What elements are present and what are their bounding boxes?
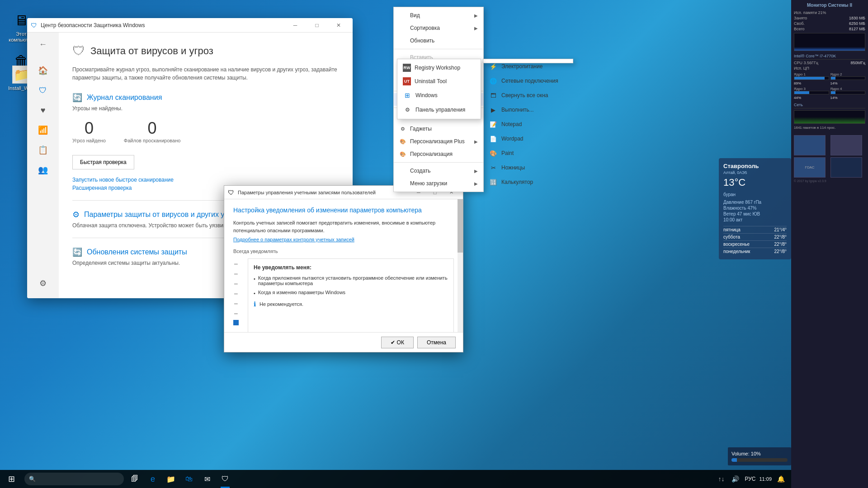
- weather-forecast: пятница 21°/4° суббота 22°/8° воскресень…: [723, 226, 787, 255]
- sidebar-settings-button[interactable]: ⚙: [33, 273, 53, 294]
- network-icon: 🌐: [489, 76, 498, 85]
- slider-dash-4: –: [234, 290, 238, 296]
- ctx-personalization-plus[interactable]: 🎨 Персонализация Plus ▶: [394, 135, 483, 148]
- sidebar-icon-shield[interactable]: 🛡: [33, 81, 53, 99]
- submenu-minimize-all[interactable]: 🗔 Свернуть все окна: [483, 88, 574, 103]
- taskbar-language[interactable]: РУС: [745, 476, 755, 482]
- submenu-run[interactable]: ▶ Выполнить...: [483, 103, 574, 117]
- uac-title-text: Параметры управления учетными записями п…: [238, 190, 410, 195]
- sidebar-icon-family[interactable]: 👥: [33, 161, 53, 179]
- submenu-notepad[interactable]: 📝 Notepad: [483, 117, 574, 131]
- windows-label: Windows: [415, 92, 438, 99]
- submenu-control-panel[interactable]: ⚙ Панель управления: [397, 103, 481, 117]
- volume-bar[interactable]: [731, 458, 788, 462]
- submenu-scissors[interactable]: ✂ Ножницы: [483, 160, 574, 175]
- submenu-calculator[interactable]: 🔢 Калькулятор: [483, 175, 574, 189]
- ctx-refresh[interactable]: Обновить: [394, 34, 483, 47]
- ctx-personalization[interactable]: 🎨 Персонализация: [394, 148, 483, 160]
- refresh-icon: [399, 37, 406, 44]
- pressure-val: 867 гПа: [745, 200, 761, 205]
- taskbar-explorer[interactable]: 📁: [162, 470, 180, 488]
- sysmon-mem-row-2: Своб. 6250 МБ: [794, 21, 865, 26]
- paint-icon: 🎨: [489, 149, 498, 158]
- taskbar-task-view[interactable]: 🗐: [126, 470, 144, 488]
- sysmon-mem-free-label: Своб.: [794, 21, 805, 26]
- ctx-sort[interactable]: Сортировка ▶: [394, 22, 483, 34]
- security-header: 🛡 Защита от вирусов и угроз: [72, 43, 339, 58]
- submenu-wordpad[interactable]: 📄 Wordpad: [483, 131, 574, 146]
- sysmon-net-graph: [794, 110, 865, 124]
- maximize-button[interactable]: □: [307, 18, 327, 33]
- minimize-button[interactable]: ─: [285, 18, 306, 33]
- uac-cancel-button[interactable]: Отмена: [417, 337, 456, 348]
- security-titlebar: 🛡 Центр безопасности Защитника Windows ─…: [27, 18, 353, 33]
- power-label: Электропитание: [501, 63, 542, 70]
- scan-log-desc: Угрозы не найдены.: [72, 105, 339, 112]
- uac-info-text-2: Когда я изменяю параметры Windows: [258, 290, 345, 295]
- ctx-sort-label: Сортировка: [410, 25, 440, 31]
- sidebar-nav-back[interactable]: ←: [33, 37, 53, 52]
- taskbar-edge[interactable]: e: [144, 470, 162, 488]
- new-scan-link[interactable]: Запустить новое быстрое сканирование: [72, 177, 339, 183]
- close-button[interactable]: ✕: [328, 18, 349, 33]
- taskbar-search[interactable]: 🔍: [24, 473, 124, 485]
- tray-volume-icon[interactable]: 🔊: [730, 474, 741, 484]
- weather-condition: буран: [723, 192, 787, 197]
- sysmon-thumbnails: ГОАС: [794, 131, 865, 178]
- ctx-create[interactable]: Создать ▶: [394, 164, 483, 177]
- create-icon: [399, 167, 406, 174]
- submenu-network[interactable]: 🌐 Сетевые подключения: [483, 74, 574, 88]
- sort-icon: [399, 24, 406, 32]
- uac-dialog: 🛡 Параметры управления учетными записями…: [224, 185, 463, 352]
- forecast-friday: пятница 21°/4°: [723, 226, 787, 233]
- sysmon-cpu-freq-label: CPU 3.56ГГц: [794, 61, 818, 65]
- clock-time: 11:09: [759, 476, 772, 482]
- taskbar-clock[interactable]: 11:09: [759, 476, 772, 482]
- submenu-paint[interactable]: 🎨 Paint: [483, 146, 574, 160]
- core-2-bar: [831, 77, 836, 80]
- uac-scrollbar[interactable]: [458, 199, 463, 332]
- slider-thumb[interactable]: [233, 320, 239, 325]
- ctx-gadgets[interactable]: ⚙ Гаджеты: [394, 122, 483, 135]
- submenu-power[interactable]: ⚡ Электропитание: [483, 59, 574, 74]
- notepad-label: Notepad: [501, 121, 522, 127]
- uac-description: Контроль учетных записей помогает предот…: [233, 219, 454, 234]
- uac-ok-button[interactable]: ✔ ОК: [381, 337, 414, 348]
- sidebar-icon-wifi[interactable]: 📶: [33, 121, 53, 139]
- calculator-label: Калькулятор: [501, 179, 533, 185]
- submenu-uninstall-tool[interactable]: UT Uninstall Tool: [397, 75, 481, 88]
- tray-network-icon[interactable]: ↑↓: [716, 474, 726, 484]
- sysmon-cpu-freq: CPU 3.56ГГц 850МГц: [794, 61, 865, 65]
- submenu-windows[interactable]: ⊞ Windows: [397, 88, 481, 103]
- bullet-2: •: [254, 291, 255, 296]
- sidebar-icon-heart[interactable]: ♥: [33, 101, 53, 119]
- volume-fill: [731, 458, 737, 462]
- uac-more-link[interactable]: Подробнее о параметрах контроля учетных …: [233, 237, 454, 242]
- boot-menu-icon: [399, 180, 406, 187]
- notifications-icon[interactable]: 🔔: [775, 474, 787, 484]
- taskbar-store[interactable]: 🛍: [180, 470, 198, 488]
- desktop: 🖥 Этот компьютер 🗑 Корзина 📁 Install_W10…: [0, 0, 868, 488]
- control-panel-label: Панель управления: [415, 107, 465, 113]
- taskbar-mail[interactable]: ✉: [198, 470, 216, 488]
- ctx-view[interactable]: Вид ▶: [394, 9, 483, 22]
- personalization-icon: 🎨: [399, 150, 406, 158]
- ctx-boot-label: Меню загрузки: [410, 180, 447, 187]
- uac-scroll-area[interactable]: Настройка уведомления об изменении парам…: [224, 199, 463, 332]
- uac-slider-track[interactable]: – – – – – – –: [233, 258, 239, 332]
- forecast-sunday-day: воскресенье: [723, 242, 750, 247]
- core-1: Ядро 1 89%: [794, 72, 829, 85]
- sysmon-cpu-usage-val: 850МГц: [850, 61, 865, 65]
- submenu-registry-workshop[interactable]: RW Registry Workshop: [397, 61, 481, 75]
- sidebar-icon-home[interactable]: 🏠: [33, 61, 53, 80]
- uac-info-item-2: • Когда я изменяю параметры Windows: [254, 290, 448, 296]
- core-4-bar: [831, 91, 836, 94]
- ctx-sep-1: [394, 49, 483, 49]
- quick-scan-button[interactable]: Быстрая проверка: [72, 155, 134, 169]
- ctx-boot-menu[interactable]: Меню загрузки ▶: [394, 177, 483, 190]
- sidebar-icon-apps[interactable]: 📋: [33, 141, 53, 159]
- start-button[interactable]: ⊞: [0, 470, 23, 488]
- ctx-create-label: Создать: [410, 168, 431, 174]
- forecast-sunday: воскресенье 22°/8°: [723, 240, 787, 248]
- taskbar-security[interactable]: 🛡: [216, 470, 234, 488]
